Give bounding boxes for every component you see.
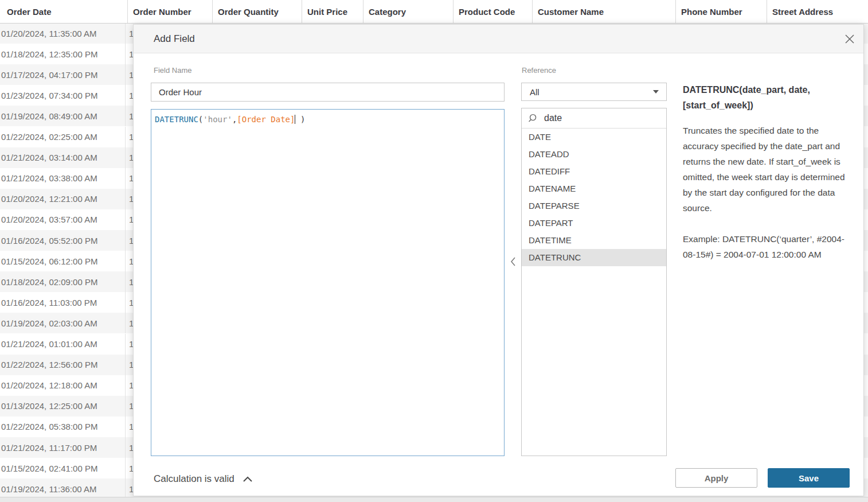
function-list-item[interactable]: DATENAME <box>522 180 666 197</box>
close-button[interactable] <box>843 32 857 46</box>
function-list: DATEDATEADDDATEDIFFDATENAMEDATEPARSEDATE… <box>522 129 666 266</box>
order-date-cell[interactable]: 01/21/2024, 11:17:00 PM <box>0 437 126 458</box>
order-date-cell[interactable]: 01/18/2024, 02:09:00 PM <box>0 271 126 292</box>
order-date-cell[interactable]: 01/21/2024, 01:01:00 AM <box>0 334 126 355</box>
dialog-title: Add Field <box>154 25 195 53</box>
collapse-panel-button[interactable] <box>507 254 519 269</box>
function-signature: DATETRUNC(date_part, date, [start_of_wee… <box>683 82 856 113</box>
formula-string-token: 'hour' <box>203 115 232 124</box>
function-search[interactable] <box>522 108 666 129</box>
formula-editor[interactable]: DATETRUNC('hour',[Order Date] ) <box>151 109 505 456</box>
column-header-label: Unit Price <box>307 7 347 17</box>
chevron-up-icon <box>243 476 253 482</box>
order-date-cell[interactable]: 01/19/2024, 02:03:00 AM <box>0 313 126 333</box>
chevron-left-icon <box>510 256 516 267</box>
order-date-cell[interactable]: 01/23/2024, 07:34:00 PM <box>0 85 126 106</box>
column-header-label: Customer Name <box>538 7 604 17</box>
column-header[interactable]: Order Number <box>127 0 212 23</box>
column-header-label: Order Number <box>133 7 191 17</box>
order-date-cell[interactable]: 01/20/2024, 12:18:00 AM <box>0 375 126 396</box>
column-header-label: Phone Number <box>681 7 742 17</box>
order-date-cell[interactable]: 01/15/2024, 06:12:00 PM <box>0 251 126 271</box>
order-date-cell[interactable]: 01/17/2024, 04:17:00 PM <box>0 64 126 85</box>
column-header-label: Order Date <box>7 7 52 17</box>
column-header[interactable]: Order Quantity <box>212 0 302 23</box>
order-date-cell[interactable]: 01/20/2024, 03:57:00 AM <box>0 209 126 230</box>
function-reference-panel: DATEDATEADDDATEDIFFDATENAMEDATEPARSEDATE… <box>521 108 667 456</box>
function-list-item[interactable]: DATEADD <box>522 146 666 163</box>
order-date-cell[interactable]: 01/21/2024, 03:14:00 AM <box>0 147 126 168</box>
formula-function-token: DATETRUNC <box>155 115 198 124</box>
function-list-item[interactable]: DATEDIFF <box>522 163 666 180</box>
function-list-item[interactable]: DATEPARSE <box>522 197 666 215</box>
formula-field-token: [Order Date] <box>237 115 295 124</box>
apply-button[interactable]: Apply <box>675 468 757 488</box>
function-list-item[interactable]: DATETRUNC <box>522 249 666 266</box>
order-date-cell[interactable]: 01/21/2024, 03:38:00 AM <box>0 168 126 189</box>
order-date-cell[interactable]: 01/18/2024, 12:35:00 PM <box>0 44 126 64</box>
column-header[interactable]: Phone Number <box>675 0 767 23</box>
function-documentation: DATETRUNC(date_part, date, [start_of_wee… <box>683 82 856 262</box>
column-header[interactable]: Unit Price <box>302 0 363 23</box>
function-search-input[interactable] <box>543 112 648 124</box>
column-header-label: Product Code <box>459 7 515 17</box>
column-header[interactable]: Order Date <box>0 0 127 23</box>
dialog-titlebar: Add Field <box>134 25 863 53</box>
function-example: Example: DATETRUNC(‘quarter’, #2004-08-1… <box>683 231 856 262</box>
add-field-dialog: Add Field Field Name DATETRUNC('hour',[O… <box>133 24 864 496</box>
column-header-label: Category <box>369 7 406 17</box>
order-date-cell[interactable]: 01/22/2024, 12:56:00 PM <box>0 355 126 375</box>
order-date-cell[interactable]: 01/16/2024, 05:52:00 PM <box>0 230 126 251</box>
order-date-cell[interactable]: 01/16/2024, 11:03:00 PM <box>0 292 126 313</box>
field-name-label: Field Name <box>154 66 191 75</box>
column-header[interactable]: Street Address <box>767 0 868 23</box>
function-list-item[interactable]: DATEPART <box>522 215 666 232</box>
field-name-input[interactable] <box>151 83 505 102</box>
table-header: Order DateOrder NumberOrder QuantityUnit… <box>0 0 868 24</box>
order-date-cell[interactable]: 01/15/2024, 02:41:00 PM <box>0 458 126 478</box>
function-description: Truncates the specified date to the accu… <box>683 123 856 216</box>
column-header-label: Street Address <box>772 7 833 17</box>
calculation-status-text: Calculation is valid <box>154 473 234 485</box>
function-list-item[interactable]: DATE <box>522 129 666 146</box>
column-header[interactable]: Product Code <box>453 0 532 23</box>
order-date-cell[interactable]: 01/19/2024, 11:36:00 AM <box>0 478 126 499</box>
reference-selected-value: All <box>522 87 653 97</box>
app-screen: Order DateOrder NumberOrder QuantityUnit… <box>0 0 868 502</box>
order-date-cell[interactable]: 01/13/2024, 12:25:00 AM <box>0 396 126 417</box>
calculation-status[interactable]: Calculation is valid <box>154 471 253 487</box>
reference-dropdown[interactable]: All <box>521 83 667 101</box>
horizontal-scrollbar[interactable] <box>0 497 868 502</box>
close-icon <box>844 33 855 45</box>
save-button[interactable]: Save <box>768 468 850 488</box>
order-date-cell[interactable]: 01/20/2024, 11:35:00 AM <box>0 23 126 44</box>
order-date-cell[interactable]: 01/22/2024, 05:38:00 PM <box>0 417 126 437</box>
formula-close-paren: ) <box>295 115 305 124</box>
search-icon <box>528 114 537 123</box>
function-list-item[interactable]: DATETIME <box>522 232 666 249</box>
order-date-cell[interactable]: 01/19/2024, 08:49:00 AM <box>0 106 126 126</box>
column-header-label: Order Quantity <box>218 7 279 17</box>
reference-label: Reference <box>522 66 556 75</box>
column-header[interactable]: Customer Name <box>532 0 675 23</box>
order-date-cell[interactable]: 01/20/2024, 12:21:00 AM <box>0 189 126 209</box>
column-header[interactable]: Category <box>363 0 453 23</box>
order-date-cell[interactable]: 01/22/2024, 02:25:00 AM <box>0 127 126 147</box>
chevron-down-icon <box>653 90 659 94</box>
